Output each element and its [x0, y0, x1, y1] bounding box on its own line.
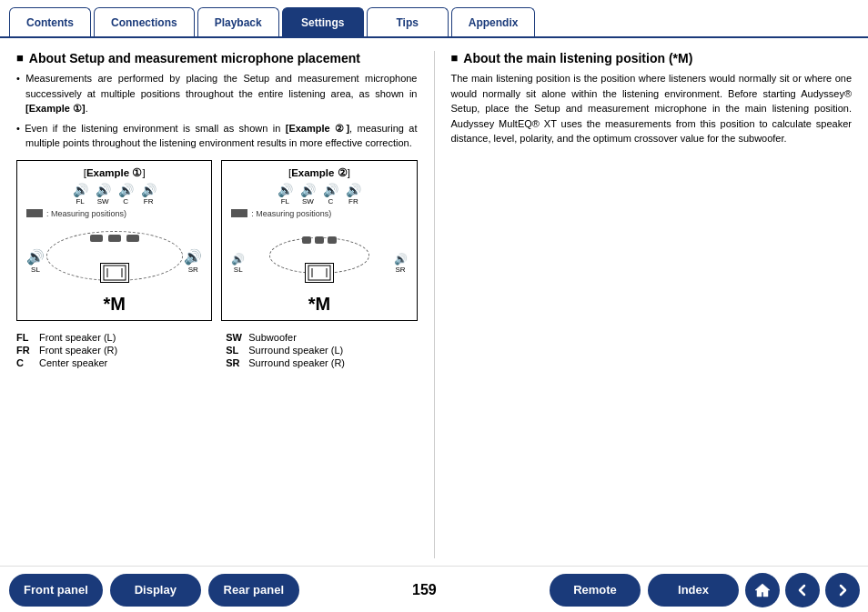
ex1-oval-container: 🔊 SL 🔊 SR — [23, 222, 206, 290]
legend-fr: FR Front speaker (R) — [16, 345, 207, 356]
ex2-fr: 🔊 FR — [346, 183, 361, 206]
home-icon — [754, 583, 771, 597]
main-content: About Setup and measurement microphone p… — [0, 38, 868, 566]
forward-button[interactable] — [825, 573, 860, 607]
ex2-fl: 🔊 FL — [278, 183, 293, 206]
right-section-body: The main listening position is the posit… — [451, 71, 853, 146]
tab-tips[interactable]: Tips — [367, 7, 449, 36]
index-button[interactable]: Index — [648, 574, 739, 607]
back-icon — [795, 583, 810, 597]
nav-left-group: Front panel Display Rear panel — [5, 574, 303, 607]
legend-sr: SR Surround speaker (R) — [226, 357, 417, 368]
examples-row: [Example ①] 🔊 FL 🔊 SW 🔊 C — [16, 160, 418, 321]
home-button[interactable] — [745, 573, 780, 607]
forward-icon — [835, 583, 850, 597]
tab-settings[interactable]: Settings — [282, 7, 364, 36]
ex2-oval-container: 🔊 SL 🔊 SR — [227, 222, 410, 290]
example-1-box: [Example ①] 🔊 FL 🔊 SW 🔊 C — [16, 160, 212, 321]
ex2-side-speakers: 🔊 SL 🔊 SR — [227, 253, 410, 274]
display-button[interactable]: Display — [110, 574, 201, 607]
bullet-2: Even if the listening environment is sma… — [16, 121, 418, 151]
ex2-sw: 🔊 SW — [300, 183, 316, 206]
front-panel-button[interactable]: Front panel — [9, 574, 103, 607]
example-1-label: [Example ①] — [23, 166, 206, 179]
ex2-m-label: *M — [227, 294, 410, 315]
ex2-c: 🔊 C — [323, 183, 338, 206]
right-column: About the main listening position (*M) T… — [435, 51, 853, 558]
remote-button[interactable]: Remote — [550, 574, 641, 607]
page-number: 159 — [303, 582, 546, 598]
left-section-title: About Setup and measurement microphone p… — [16, 51, 418, 65]
ex1-c: 🔊 C — [118, 183, 134, 206]
legend-fl: FL Front speaker (L) — [16, 332, 207, 343]
legend-sw: SW Subwoofer — [226, 332, 417, 343]
back-button[interactable] — [785, 573, 820, 607]
ex2-meas-dots — [302, 236, 337, 244]
ex1-sl: 🔊 SL — [26, 248, 45, 274]
ex2-sr: 🔊 SR — [394, 253, 408, 274]
ex1-m-label: *M — [23, 294, 206, 315]
bullet-1: Measurements are performed by placing th… — [16, 71, 418, 116]
tab-appendix[interactable]: Appendix — [451, 7, 536, 36]
ex1-measuring-label: : Measuring positions) — [26, 209, 206, 218]
ex1-fr: 🔊 FR — [141, 183, 156, 206]
top-tabs: Contents Connections Playback Settings T… — [0, 0, 868, 38]
ex1-fl: 🔊 FL — [73, 183, 88, 206]
example-2-label: [Example ②] — [227, 166, 410, 179]
ex2-measuring-label: : Measuring positions) — [231, 209, 410, 218]
ex1-sw: 🔊 SW — [96, 183, 111, 206]
right-section-title: About the main listening position (*M) — [451, 51, 853, 65]
ex1-sr: 🔊 SR — [184, 248, 202, 274]
bottom-nav: Front panel Display Rear panel 159 Remot… — [0, 566, 868, 612]
ex2-speaker-row: 🔊 FL 🔊 SW 🔊 C 🔊 FR — [227, 183, 410, 206]
ex2-sl: 🔊 SL — [231, 253, 245, 274]
tab-playback[interactable]: Playback — [197, 7, 279, 36]
ex1-meas-dots — [90, 235, 139, 242]
tab-connections[interactable]: Connections — [94, 7, 195, 36]
legend-table: FL Front speaker (L) SW Subwoofer FR Fro… — [16, 332, 418, 368]
legend-sl: SL Surround speaker (L) — [226, 345, 417, 356]
nav-right-group: Remote Index — [546, 573, 863, 607]
left-column: About Setup and measurement microphone p… — [16, 51, 435, 558]
legend-c: C Center speaker — [16, 357, 207, 368]
ex1-side-speakers: 🔊 SL 🔊 SR — [23, 248, 206, 274]
tab-contents[interactable]: Contents — [9, 7, 91, 36]
example-2-box: [Example ②] 🔊 FL 🔊 SW 🔊 C — [221, 160, 417, 321]
rear-panel-button[interactable]: Rear panel — [208, 574, 299, 607]
ex1-speaker-row: 🔊 FL 🔊 SW 🔊 C 🔊 FR — [23, 183, 206, 206]
